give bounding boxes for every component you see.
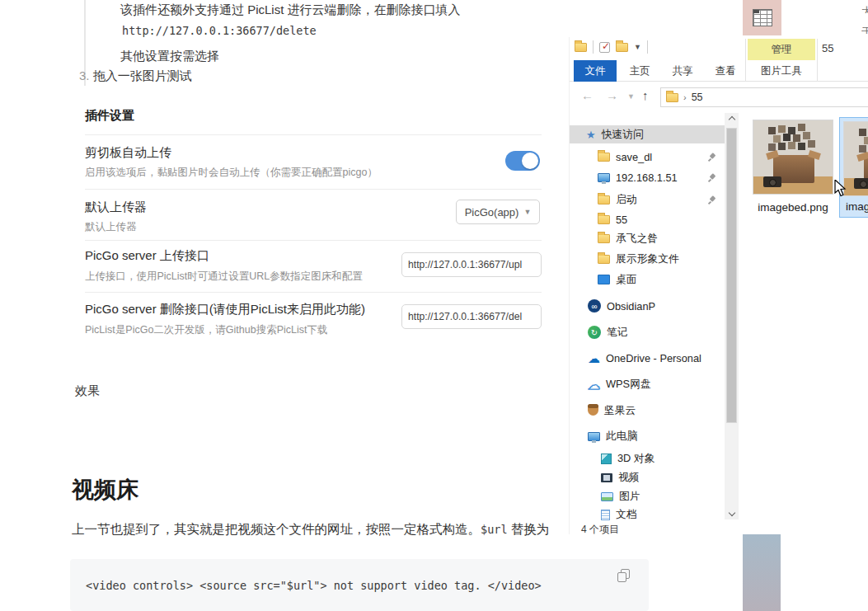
setting-desc-clipboard-upload: 启用该选项后，黏贴图片时会自动上传（你需要正确配置picgo） xyxy=(85,166,481,180)
back-icon[interactable]: ← xyxy=(581,88,594,102)
tab-file[interactable]: 文件 xyxy=(574,60,617,82)
photo-collage-decoration xyxy=(859,129,866,136)
divider xyxy=(85,189,542,190)
address-bar[interactable]: › 55 xyxy=(660,87,868,107)
clipped-text-fragment: 于 xyxy=(861,25,868,34)
pin-icon xyxy=(707,153,716,162)
clipped-text-fragment: 大 xyxy=(861,4,868,13)
step-text: 拖入一张图片测试 xyxy=(93,68,192,82)
photo-collage-decoration xyxy=(768,127,776,134)
tab-view[interactable]: 查看 xyxy=(707,60,744,82)
navigation-pane: ★ 快速访问 save_dl 192.168.1.51 启动 55 xyxy=(570,111,725,519)
delete-api-input[interactable] xyxy=(401,304,542,329)
document-icon xyxy=(601,510,610,520)
grid-icon xyxy=(753,9,772,26)
file-name-label: imagebed.png xyxy=(746,201,840,214)
upload-api-input[interactable] xyxy=(401,252,542,277)
divider xyxy=(85,292,542,293)
sidebar-item-this-pc[interactable]: 此电脑 xyxy=(570,427,725,445)
sidebar-item-label: 启动 xyxy=(616,193,637,207)
sidebar-item-quick-access[interactable]: ★ 快速访问 xyxy=(570,125,725,143)
sidebar-item-display-files[interactable]: 展示形象文件 xyxy=(570,250,725,268)
file-imagebed-copy-selected[interactable]: imag xyxy=(839,117,868,218)
breadcrumb-chevron-icon: › xyxy=(683,92,687,102)
sidebar-item-label: 192.168.1.51 xyxy=(616,172,678,184)
tab-share[interactable]: 共享 xyxy=(664,60,701,82)
effect-label: 效果 xyxy=(75,383,100,399)
setting-title-upload-api: PicGo server 上传接口 xyxy=(85,248,209,264)
setting-desc-default-uploader: 默认上传器 xyxy=(85,220,137,234)
paragraph-text: 替换为 xyxy=(508,522,550,536)
folder-icon xyxy=(598,234,610,243)
camera-decoration xyxy=(854,178,868,189)
sidebar-item-videos[interactable]: 视频 xyxy=(570,468,725,486)
background-window-fragment xyxy=(743,534,781,611)
folder-icon[interactable] xyxy=(616,43,628,52)
folder-icon xyxy=(598,153,610,162)
sidebar-item-wps-cloud[interactable]: ☁ WPS网盘 xyxy=(570,375,725,393)
recent-locations-icon[interactable]: ▼ xyxy=(627,92,635,101)
doc-bullet-1-code: http://127.0.0.1:36677/delete xyxy=(122,24,317,37)
chevron-down-icon: ▼ xyxy=(523,208,531,216)
folder-icon xyxy=(598,195,610,204)
code-block-text: <video controls> <source src="$url"> not… xyxy=(86,579,542,592)
sidebar-item-obsidianp[interactable]: ∞ ObsidianP xyxy=(570,297,725,315)
3d-cube-icon xyxy=(601,454,612,464)
toolbar-separator xyxy=(593,40,594,54)
toggle-knob xyxy=(522,153,538,169)
properties-check-icon[interactable] xyxy=(599,42,610,53)
sidebar-item-label: 展示形象文件 xyxy=(616,252,679,266)
sidebar-item-label: 桌面 xyxy=(616,273,637,287)
sidebar-item-label: save_dl xyxy=(616,151,652,163)
doc-bullet-2: 其他设置按需选择 xyxy=(120,49,219,64)
scroll-down-icon[interactable] xyxy=(725,506,739,519)
copy-icon[interactable] xyxy=(617,569,631,582)
sidebar-item-pictures[interactable]: 图片 xyxy=(570,487,725,505)
file-thumbnail xyxy=(753,120,833,195)
table-widget-icon[interactable] xyxy=(743,0,781,35)
picture-icon xyxy=(601,492,613,501)
sidebar-item-nutstore[interactable]: 坚果云 xyxy=(570,402,725,420)
forward-icon[interactable]: → xyxy=(606,88,618,102)
sidebar-item-55[interactable]: 55 xyxy=(570,210,725,228)
sidebar-item-label: 文档 xyxy=(616,508,637,522)
sidebar-item-network-pc[interactable]: 192.168.1.51 xyxy=(570,168,725,186)
sidebar-item-chengfei[interactable]: 承飞之昝 xyxy=(570,229,725,247)
scrollbar-thumb[interactable] xyxy=(726,128,737,423)
setting-title-default-uploader: 默认上传器 xyxy=(85,200,147,215)
camera-decoration xyxy=(763,176,781,187)
setting-title-clipboard-upload: 剪切板自动上传 xyxy=(85,145,171,161)
contextual-tab-separator xyxy=(817,39,818,82)
computer-icon xyxy=(598,173,610,182)
sidebar-item-desktop[interactable]: 桌面 xyxy=(570,270,725,289)
clipboard-upload-toggle[interactable] xyxy=(505,151,540,171)
sidebar-item-onedrive[interactable]: ☁ OneDrive - Personal xyxy=(570,349,725,367)
address-bar-row: ← → ▼ ↑ › 55 xyxy=(570,82,868,111)
toolbar-dropdown-icon[interactable]: ▼ xyxy=(634,43,641,51)
setting-title-delete-api: PicGo server 删除接口(请使用PicList来启用此功能) xyxy=(85,302,415,317)
manage-contextual-tab[interactable]: 管理 xyxy=(748,39,815,60)
doc-bullet-1: 该插件还额外支持通过 PicList 进行云端删除，在删除接口填入 xyxy=(120,2,565,18)
sidebar-item-notes[interactable]: ↻ 笔记 xyxy=(570,323,725,341)
sidebar-item-label: 3D 对象 xyxy=(617,452,655,466)
quick-access-star-icon: ★ xyxy=(586,129,596,140)
scrollbar[interactable] xyxy=(725,113,739,519)
sidebar-item-startup[interactable]: 启动 xyxy=(570,190,725,209)
tab-picture-tools[interactable]: 图片工具 xyxy=(748,60,815,82)
contextual-tab-separator xyxy=(745,39,746,82)
sidebar-item-label: 快速访问 xyxy=(602,128,644,142)
sidebar-item-3d-objects[interactable]: 3D 对象 xyxy=(570,449,725,468)
folder-icon[interactable] xyxy=(575,43,587,52)
up-icon[interactable]: ↑ xyxy=(642,88,649,102)
desktop-icon xyxy=(598,275,610,284)
sidebar-item-save-dl[interactable]: save_dl xyxy=(570,148,725,166)
default-uploader-select[interactable]: PicGo(app) ▼ xyxy=(456,200,540,224)
breadcrumb-folder[interactable]: 55 xyxy=(692,92,703,103)
tab-home[interactable]: 主页 xyxy=(622,60,658,82)
scroll-up-icon[interactable] xyxy=(725,113,739,126)
file-imagebed[interactable]: imagebed.png xyxy=(746,120,840,214)
sidebar-item-label: 坚果云 xyxy=(604,404,636,418)
setting-desc-delete-api: PicList是PicGo二次开发版，请Github搜索PicList下载 xyxy=(85,323,398,337)
sidebar-item-label: 视频 xyxy=(618,471,640,485)
pin-icon xyxy=(707,195,716,204)
